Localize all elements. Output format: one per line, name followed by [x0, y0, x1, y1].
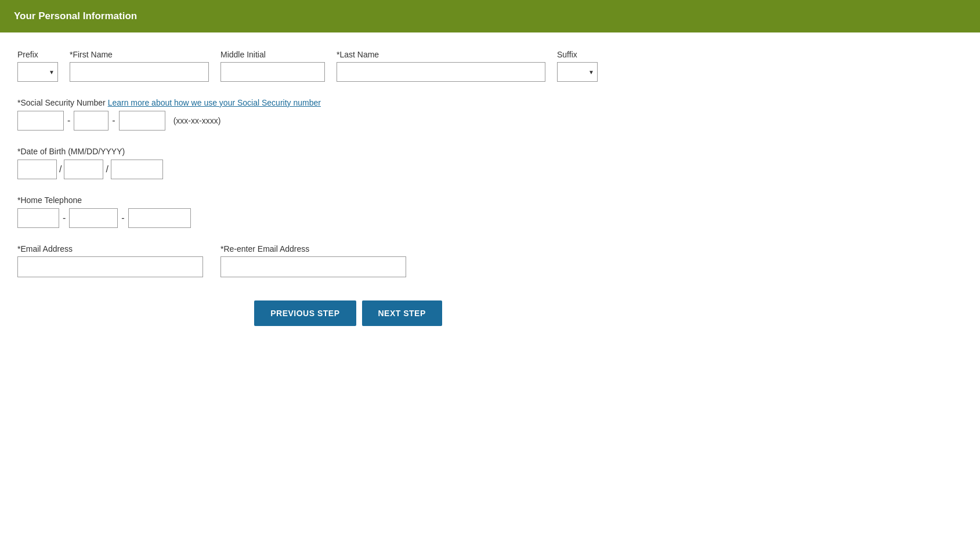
buttons-row: PREVIOUS STEP NEXT STEP: [17, 300, 679, 326]
email-section: *Email Address *Re-enter Email Address: [17, 244, 679, 277]
suffix-label: Suffix: [557, 50, 598, 59]
dob-section: *Date of Birth (MM/DD/YYYY) / /: [17, 147, 679, 179]
dob-month-input[interactable]: [17, 160, 57, 179]
last-name-label: *Last Name: [337, 50, 545, 59]
ssn-label-text: *Social Security Number: [17, 98, 106, 107]
suffix-select[interactable]: Jr. Sr. II III IV: [557, 62, 598, 82]
email-input[interactable]: [17, 256, 203, 277]
middle-initial-field: Middle Initial: [220, 50, 325, 82]
dob-year-input[interactable]: [111, 160, 163, 179]
first-name-input[interactable]: [70, 62, 209, 82]
page-header: Your Personal Information: [0, 0, 980, 32]
dob-separator-2: /: [106, 164, 108, 175]
phone-area-input[interactable]: [17, 208, 59, 228]
prefix-label: Prefix: [17, 50, 58, 59]
suffix-select-wrapper: Jr. Sr. II III IV: [557, 62, 598, 82]
ssn-part2-input[interactable]: [74, 111, 109, 131]
suffix-field: Suffix Jr. Sr. II III IV: [557, 50, 598, 82]
ssn-part3-input[interactable]: [119, 111, 165, 131]
ssn-inputs: - - (xxx-xx-xxxx): [17, 111, 679, 131]
email-label: *Email Address: [17, 244, 203, 253]
prefix-field: Prefix Mr. Mrs. Ms. Dr.: [17, 50, 58, 82]
phone-prefix-input[interactable]: [69, 208, 118, 228]
first-name-field: *First Name: [70, 50, 209, 82]
name-row: Prefix Mr. Mrs. Ms. Dr. *First Name Midd…: [17, 50, 679, 82]
dob-day-input[interactable]: [64, 160, 103, 179]
last-name-input[interactable]: [337, 62, 545, 82]
last-name-field: *Last Name: [337, 50, 545, 82]
ssn-separator-1: -: [67, 115, 70, 126]
phone-line-input[interactable]: [128, 208, 191, 228]
prefix-select[interactable]: Mr. Mrs. Ms. Dr.: [17, 62, 58, 82]
ssn-format-hint: (xxx-xx-xxxx): [173, 116, 221, 125]
dob-separator-1: /: [59, 164, 62, 175]
phone-inputs: - -: [17, 208, 679, 228]
ssn-part1-input[interactable]: [17, 111, 64, 131]
email-group: *Email Address: [17, 244, 203, 277]
re-email-group: *Re-enter Email Address: [220, 244, 406, 277]
dob-inputs: / /: [17, 160, 679, 179]
middle-initial-label: Middle Initial: [220, 50, 325, 59]
phone-separator-2: -: [121, 213, 124, 223]
form-container: Prefix Mr. Mrs. Ms. Dr. *First Name Midd…: [0, 50, 696, 349]
first-name-label: *First Name: [70, 50, 209, 59]
dob-label: *Date of Birth (MM/DD/YYYY): [17, 147, 679, 156]
phone-section: *Home Telephone - -: [17, 195, 679, 228]
ssn-label-row: *Social Security Number Learn more about…: [17, 98, 679, 107]
ssn-learn-more-link[interactable]: Learn more about how we use your Social …: [108, 98, 321, 107]
ssn-section: *Social Security Number Learn more about…: [17, 98, 679, 131]
next-step-button[interactable]: NEXT STEP: [362, 300, 442, 326]
phone-label: *Home Telephone: [17, 195, 679, 205]
prefix-select-wrapper: Mr. Mrs. Ms. Dr.: [17, 62, 58, 82]
ssn-separator-2: -: [112, 115, 115, 126]
re-email-input[interactable]: [220, 256, 406, 277]
page-title: Your Personal Information: [14, 10, 966, 22]
previous-step-button[interactable]: PREVIOUS STEP: [254, 300, 356, 326]
re-email-label: *Re-enter Email Address: [220, 244, 406, 253]
phone-separator-1: -: [63, 213, 66, 223]
middle-initial-input[interactable]: [220, 62, 325, 82]
